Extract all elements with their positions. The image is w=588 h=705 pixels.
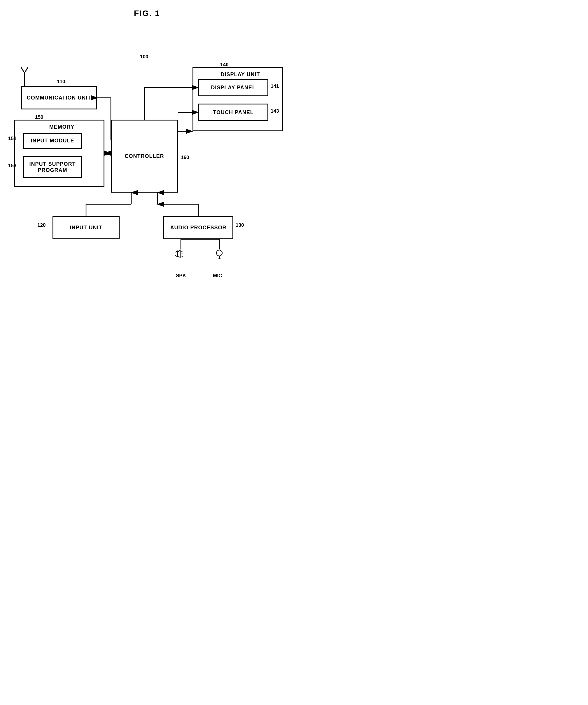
ref-141: 141	[271, 84, 279, 89]
ref-160: 160	[181, 155, 189, 160]
figure-title: FIG. 1	[134, 9, 160, 18]
spk-label: SPK	[176, 273, 186, 279]
input-unit-box: INPUT UNIT	[52, 216, 119, 239]
ref-100: 100	[140, 54, 148, 60]
ref-143: 143	[271, 108, 279, 114]
svg-line-26	[182, 251, 183, 252]
diagram-container: FIG. 1 100 COMMUNICATION UNIT 110 MEMORY…	[0, 0, 294, 352]
audio-processor-box: AUDIO PROCESSOR	[163, 216, 233, 239]
svg-line-28	[182, 256, 183, 257]
input-support-box: INPUT SUPPORT PROGRAM	[23, 156, 82, 178]
communication-unit-box: COMMUNICATION UNIT	[21, 86, 97, 109]
svg-line-23	[177, 250, 180, 252]
controller-box: CONTROLLER	[111, 120, 178, 193]
ref-153: 153	[8, 163, 16, 169]
ref-151: 151	[8, 136, 16, 142]
ref-140: 140	[220, 62, 228, 68]
display-unit-box: DISPLAY UNIT	[193, 67, 283, 131]
svg-point-30	[216, 250, 222, 256]
ref-130: 130	[236, 222, 244, 228]
svg-line-2	[24, 67, 28, 73]
ref-120: 120	[37, 222, 46, 228]
display-panel-box: DISPLAY PANEL	[198, 79, 268, 96]
svg-marker-22	[175, 251, 177, 257]
svg-line-24	[177, 255, 180, 258]
mic-label: MIC	[213, 273, 222, 279]
ref-110: 110	[57, 79, 65, 85]
touch-panel-box: TOUCH PANEL	[198, 104, 268, 121]
input-module-box: INPUT MODULE	[23, 133, 82, 149]
svg-line-1	[21, 67, 24, 73]
ref-150: 150	[35, 114, 43, 120]
